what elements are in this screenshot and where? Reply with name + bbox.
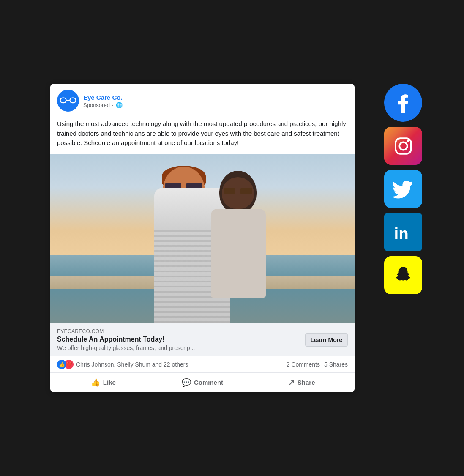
post-text: Using the most advanced technology along… xyxy=(50,116,355,154)
share-icon: ↗ xyxy=(288,378,295,387)
action-buttons: 👍 Like 💬 Comment ↗ Share xyxy=(50,373,355,392)
twitter-icon[interactable] xyxy=(384,170,422,208)
stats-right: 2 Comments 5 Shares xyxy=(287,361,348,368)
link-left: EYECARECO.COM Schedule An Appointment To… xyxy=(57,328,195,351)
instagram-icon[interactable] xyxy=(384,127,422,165)
link-domain: EYECARECO.COM xyxy=(57,328,195,334)
comments-count[interactable]: 2 Comments xyxy=(287,361,320,368)
svg-point-6 xyxy=(399,142,407,150)
svg-text:in: in xyxy=(394,224,408,243)
shares-count[interactable]: 5 Shares xyxy=(324,361,348,368)
learn-more-button[interactable]: Learn More xyxy=(305,333,348,347)
page-avatar[interactable] xyxy=(57,90,79,112)
comment-label: Comment xyxy=(194,379,223,386)
sponsored-label: Sponsored xyxy=(83,102,110,108)
svg-line-3 xyxy=(60,98,60,100)
share-label: Share xyxy=(298,379,315,386)
globe-icon: 🌐 xyxy=(116,102,123,108)
facebook-icon[interactable] xyxy=(384,84,422,122)
reaction-icons: 👍 ❤️ xyxy=(57,360,74,369)
svg-rect-0 xyxy=(60,98,66,103)
social-icons-panel: in xyxy=(384,84,422,294)
like-reaction: 👍 xyxy=(57,360,66,369)
link-title: Schedule An Appointment Today! xyxy=(57,336,195,343)
person-woman xyxy=(194,171,278,298)
post-header: Eye Care Co. Sponsored · 🌐 xyxy=(50,84,355,116)
dot-separator: · xyxy=(112,102,114,108)
like-button[interactable]: 👍 Like xyxy=(54,375,153,391)
svg-rect-1 xyxy=(70,98,76,103)
like-label: Like xyxy=(103,379,116,386)
svg-line-4 xyxy=(76,98,76,100)
comment-button[interactable]: 💬 Comment xyxy=(153,375,252,391)
link-preview: EYECARECO.COM Schedule An Appointment To… xyxy=(50,323,355,356)
link-description: We offer high-quality glasses, frames, a… xyxy=(57,345,195,351)
page-name[interactable]: Eye Care Co. xyxy=(83,93,123,102)
sponsored-line: Sponsored · 🌐 xyxy=(83,102,123,108)
share-button[interactable]: ↗ Share xyxy=(252,375,351,391)
reactions-left: 👍 ❤️ Chris Johnson, Shelly Shum and 22 o… xyxy=(57,360,188,369)
page-info: Eye Care Co. Sponsored · 🌐 xyxy=(83,93,123,108)
linkedin-icon[interactable]: in xyxy=(384,213,422,251)
reaction-names[interactable]: Chris Johnson, Shelly Shum and 22 others xyxy=(76,361,188,368)
like-icon: 👍 xyxy=(91,378,100,387)
reactions-bar: 👍 ❤️ Chris Johnson, Shelly Shum and 22 o… xyxy=(50,356,355,373)
snapchat-icon[interactable] xyxy=(384,256,422,294)
facebook-ad-card: Eye Care Co. Sponsored · 🌐 Using the mos… xyxy=(50,84,355,392)
post-image xyxy=(50,154,355,323)
svg-point-7 xyxy=(407,140,409,142)
comment-icon: 💬 xyxy=(182,378,191,387)
